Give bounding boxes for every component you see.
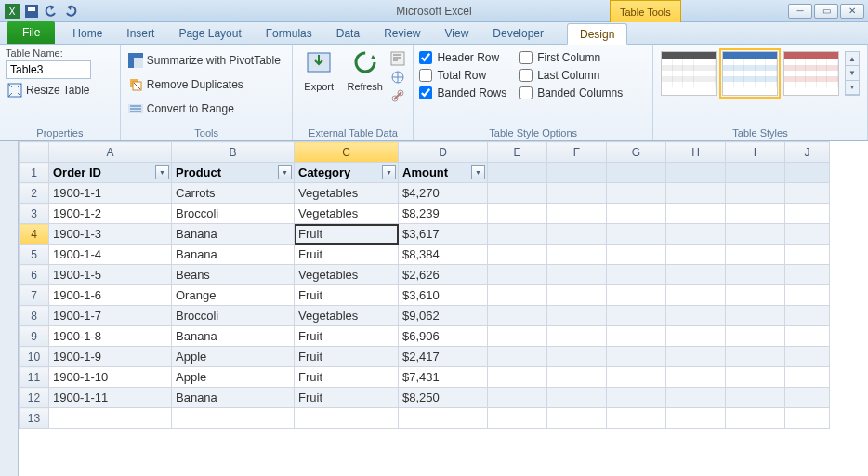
cell[interactable] [488, 163, 547, 183]
cell[interactable] [607, 367, 666, 388]
open-browser-icon[interactable] [390, 70, 407, 86]
cell[interactable] [785, 183, 830, 204]
cell[interactable] [666, 204, 726, 224]
cell[interactable] [547, 367, 607, 388]
remove-duplicates-button[interactable]: Remove Duplicates [126, 75, 283, 94]
table-style-swatch[interactable] [783, 51, 839, 96]
filter-button[interactable]: ▼ [278, 165, 292, 179]
restore-button[interactable]: ▭ [814, 4, 838, 19]
cell[interactable] [488, 326, 547, 347]
cell[interactable] [607, 245, 666, 265]
filter-button[interactable]: ▼ [155, 165, 169, 179]
tab-insert[interactable]: Insert [114, 23, 166, 44]
col-header-E[interactable]: E [488, 142, 547, 163]
cell[interactable] [726, 183, 785, 204]
redo-icon[interactable] [62, 3, 79, 20]
row-header[interactable]: 2 [20, 183, 49, 204]
tab-developer[interactable]: Developer [480, 23, 556, 44]
cell[interactable] [726, 367, 785, 388]
cell[interactable] [726, 245, 785, 265]
select-all-corner[interactable] [20, 142, 49, 163]
cell[interactable] [547, 388, 607, 408]
cell[interactable]: Banana [172, 388, 295, 408]
cell[interactable] [607, 347, 666, 367]
cell[interactable] [547, 347, 607, 367]
check-total-row[interactable]: Total Row [419, 69, 506, 82]
cell[interactable] [547, 285, 607, 306]
table-style-swatch-selected[interactable] [722, 51, 778, 96]
cell[interactable] [607, 204, 666, 224]
cell[interactable] [607, 265, 666, 285]
gallery-scroll-up[interactable]: ▲ [846, 52, 859, 66]
col-header-I[interactable]: I [726, 142, 785, 163]
cell[interactable] [785, 265, 830, 285]
cell[interactable] [666, 306, 726, 326]
check-banded-rows[interactable]: Banded Rows [419, 86, 506, 99]
cell[interactable]: 1900-1-5 [49, 265, 172, 285]
cell[interactable]: Broccoli [172, 204, 295, 224]
row-header[interactable]: 1 [20, 163, 49, 183]
save-icon[interactable] [23, 3, 40, 20]
cell[interactable]: Fruit [295, 367, 399, 388]
cell[interactable] [726, 204, 785, 224]
cell[interactable] [726, 408, 785, 429]
col-header-F[interactable]: F [547, 142, 607, 163]
cell[interactable] [666, 367, 726, 388]
cell[interactable]: Fruit [295, 245, 399, 265]
cell[interactable]: $8,250 [399, 388, 488, 408]
unlink-icon[interactable] [390, 88, 407, 105]
cell[interactable] [488, 306, 547, 326]
cell[interactable] [607, 224, 666, 245]
tab-data[interactable]: Data [324, 23, 372, 44]
resize-table-button[interactable]: Resize Table [6, 81, 91, 99]
check-last-column[interactable]: Last Column [519, 69, 623, 82]
cell[interactable] [666, 347, 726, 367]
tab-view[interactable]: View [433, 23, 481, 44]
cell[interactable]: Fruit [295, 326, 399, 347]
cell[interactable]: Fruit [295, 285, 399, 306]
row-header[interactable]: 6 [20, 265, 49, 285]
cell[interactable] [726, 224, 785, 245]
cell[interactable] [666, 285, 726, 306]
cell[interactable]: $8,384 [399, 245, 488, 265]
col-header-G[interactable]: G [607, 142, 666, 163]
cell[interactable]: Fruit [295, 388, 399, 408]
cell[interactable] [785, 204, 830, 224]
cell[interactable] [726, 163, 785, 183]
cell[interactable] [607, 326, 666, 347]
cell[interactable]: Apple [172, 347, 295, 367]
cell[interactable] [726, 265, 785, 285]
cell[interactable] [666, 245, 726, 265]
table-name-input[interactable] [6, 60, 91, 79]
cell[interactable]: 1900-1-3 [49, 224, 172, 245]
cell[interactable]: Orange [172, 285, 295, 306]
tab-page-layout[interactable]: Page Layout [166, 23, 253, 44]
cell[interactable] [607, 306, 666, 326]
cell[interactable] [607, 388, 666, 408]
cell[interactable] [547, 265, 607, 285]
cell[interactable] [726, 326, 785, 347]
cell[interactable] [547, 245, 607, 265]
cell[interactable]: $6,906 [399, 326, 488, 347]
cell[interactable] [488, 265, 547, 285]
row-header[interactable]: 13 [20, 408, 49, 429]
cell[interactable] [295, 408, 399, 429]
table-header-cell[interactable]: Order ID▼ [49, 163, 172, 183]
cell[interactable] [488, 388, 547, 408]
cell[interactable]: $2,626 [399, 265, 488, 285]
cell[interactable] [488, 204, 547, 224]
cell[interactable]: Carrots [172, 183, 295, 204]
cell[interactable] [726, 306, 785, 326]
cell[interactable]: 1900-1-2 [49, 204, 172, 224]
table-style-swatch[interactable] [661, 51, 717, 96]
cell[interactable]: Vegetables [295, 306, 399, 326]
cell[interactable]: Vegetables [295, 204, 399, 224]
check-first-column[interactable]: First Column [519, 51, 623, 64]
cell[interactable] [785, 326, 830, 347]
cell[interactable] [785, 367, 830, 388]
gallery-scroll-down[interactable]: ▼ [846, 66, 859, 80]
cell[interactable]: Vegetables [295, 183, 399, 204]
cell[interactable]: 1900-1-4 [49, 245, 172, 265]
cell[interactable] [172, 408, 295, 429]
check-banded-columns[interactable]: Banded Columns [519, 86, 623, 99]
